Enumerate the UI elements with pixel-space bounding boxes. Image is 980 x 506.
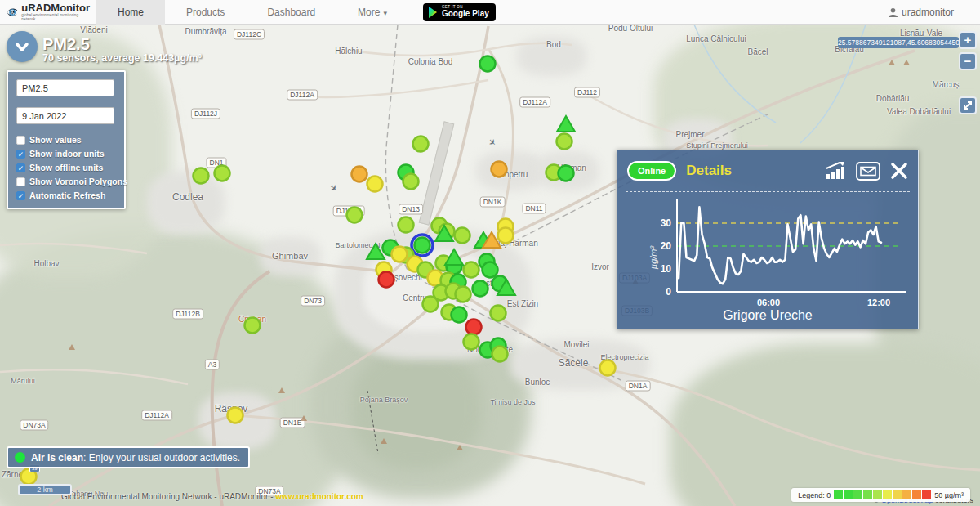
- sensor-marker-triangle[interactable]: [557, 116, 575, 132]
- legend-color-swatch: [922, 490, 931, 499]
- legend-max-label: 50 µg/m³: [934, 491, 964, 499]
- bar-chart-icon: [825, 161, 846, 181]
- legend-min-label: Legend: 0: [798, 491, 831, 499]
- checkbox-label: Show Voronoi Polygons: [29, 177, 127, 186]
- sensor-marker-selected[interactable]: [415, 238, 430, 253]
- history-chart-button[interactable]: [825, 161, 846, 181]
- sensor-marker[interactable]: [379, 272, 394, 288]
- sensor-marker[interactable]: [228, 408, 243, 423]
- zoom-out-button[interactable]: −: [959, 52, 977, 70]
- sensor-marker[interactable]: [491, 306, 506, 321]
- date-input[interactable]: [16, 107, 114, 124]
- checked-checkbox-icon[interactable]: ✓: [16, 191, 25, 200]
- peak-icon: [301, 415, 307, 421]
- sensor-marker[interactable]: [399, 217, 414, 233]
- close-popup-button[interactable]: [890, 162, 908, 180]
- svg-text:20: 20: [661, 240, 672, 252]
- filter-panel: Show values✓Show indoor units✓Show offli…: [7, 70, 126, 209]
- uradmonitor-logo-icon: [7, 2, 18, 22]
- google-play-badge[interactable]: GET IT ON Google Play: [423, 3, 496, 21]
- air-quality-message: : Enjoy your usual outdoor activities.: [83, 452, 240, 463]
- sensor-marker[interactable]: [559, 166, 574, 181]
- sensor-marker[interactable]: [403, 174, 419, 190]
- svg-text:12:00: 12:00: [867, 298, 890, 307]
- svg-text:0: 0: [666, 286, 671, 298]
- metric-title: PM2.5: [42, 35, 90, 54]
- checkbox-show-values[interactable]: Show values: [16, 135, 116, 145]
- sensor-marker[interactable]: [498, 228, 514, 244]
- sensor-marker[interactable]: [452, 307, 467, 323]
- sensor-marker[interactable]: [368, 177, 383, 192]
- checked-checkbox-icon[interactable]: ✓: [16, 163, 25, 172]
- sensor-marker[interactable]: [194, 168, 209, 184]
- footer-attribution-text: Global Environmental Monitoring Network …: [61, 492, 275, 501]
- legend-color-swatch: [834, 490, 843, 499]
- sensor-marker[interactable]: [480, 56, 496, 72]
- sensor-marker[interactable]: [352, 167, 368, 182]
- user-name: uradmonitor: [902, 7, 954, 18]
- sensor-marker[interactable]: [600, 360, 616, 376]
- air-quality-banner: Air is clean: Enjoy your usual outdoor a…: [7, 446, 250, 468]
- checkbox-show-offline-units[interactable]: ✓Show offline units: [16, 163, 116, 172]
- nav-item-home[interactable]: Home: [96, 0, 165, 25]
- user-menu[interactable]: uradmonitor: [888, 0, 954, 25]
- sensor-marker[interactable]: [492, 162, 507, 177]
- legend-color-swatch: [912, 490, 921, 499]
- collapse-panel-button[interactable]: [7, 31, 38, 62]
- sensor-marker[interactable]: [347, 208, 363, 223]
- nav-item-products[interactable]: Products: [165, 0, 246, 25]
- color-legend: Legend: 0 50 µg/m³: [791, 488, 970, 502]
- mail-icon: [856, 162, 880, 181]
- expand-icon: [962, 100, 973, 111]
- sensor-marker[interactable]: [557, 134, 572, 150]
- zoom-in-button[interactable]: +: [959, 31, 977, 49]
- checkbox-label: Show values: [29, 135, 82, 145]
- uradmonitor-link[interactable]: www.uradmonitor.com: [275, 492, 363, 501]
- sensor-marker[interactable]: [423, 297, 439, 312]
- legend-color-swatch: [853, 490, 862, 499]
- sensor-marker[interactable]: [392, 247, 408, 262]
- sensor-marker[interactable]: [215, 166, 230, 181]
- sensor-marker[interactable]: [413, 137, 429, 152]
- nav-items: HomeProductsDashboardMore▾: [96, 0, 408, 25]
- sensor-marker[interactable]: [464, 334, 479, 350]
- status-badge[interactable]: Online: [627, 161, 676, 181]
- chevron-down-icon: [13, 38, 31, 56]
- peak-icon: [889, 60, 895, 65]
- nav-item-more[interactable]: More▾: [336, 0, 408, 25]
- sensor-marker[interactable]: [245, 318, 261, 334]
- legend-color-swatch: [863, 490, 872, 499]
- checkbox-show-voronoi-polygons[interactable]: Show Voronoi Polygons: [16, 177, 116, 186]
- nav-item-dashboard[interactable]: Dashboard: [246, 0, 336, 25]
- checked-checkbox-icon[interactable]: ✓: [16, 150, 25, 159]
- metric-select-input[interactable]: [16, 79, 114, 96]
- sensor-name: Grigore Ureche: [617, 308, 918, 323]
- unchecked-checkbox-icon[interactable]: [16, 177, 25, 186]
- sensor-marker[interactable]: [492, 347, 508, 362]
- legend-color-swatch: [883, 490, 892, 499]
- user-icon: [888, 7, 898, 18]
- footer-attribution: Global Environmental Monitoring Network …: [61, 492, 363, 501]
- legend-color-swatch: [844, 490, 853, 499]
- sensor-marker[interactable]: [466, 320, 482, 335]
- unchecked-checkbox-icon[interactable]: [16, 136, 25, 145]
- sensor-marker[interactable]: [483, 262, 498, 278]
- checkbox-automatic-refresh[interactable]: ✓Automatic Refresh: [16, 190, 116, 200]
- sensor-marker[interactable]: [455, 228, 470, 244]
- brand-logo[interactable]: uRADMonitor global environmental monitor…: [0, 2, 96, 22]
- sensor-marker[interactable]: [473, 281, 488, 297]
- svg-text:10: 10: [661, 263, 672, 275]
- svg-text:06:00: 06:00: [757, 298, 780, 307]
- checkbox-show-indoor-units[interactable]: ✓Show indoor units: [16, 149, 116, 159]
- fullscreen-button[interactable]: [959, 96, 977, 114]
- svg-text:µg/m³: µg/m³: [648, 245, 658, 269]
- metric-subtitle: 70 sensors, average 19.443µg/m³: [42, 52, 202, 64]
- sensor-marker[interactable]: [464, 262, 479, 278]
- checkbox-label: Show indoor units: [29, 149, 105, 159]
- peak-icon: [278, 387, 285, 393]
- email-button[interactable]: [856, 162, 880, 181]
- sensor-marker[interactable]: [456, 287, 471, 302]
- peak-icon: [381, 438, 387, 444]
- legend-color-swatch: [893, 490, 902, 499]
- svg-text:30: 30: [661, 217, 672, 229]
